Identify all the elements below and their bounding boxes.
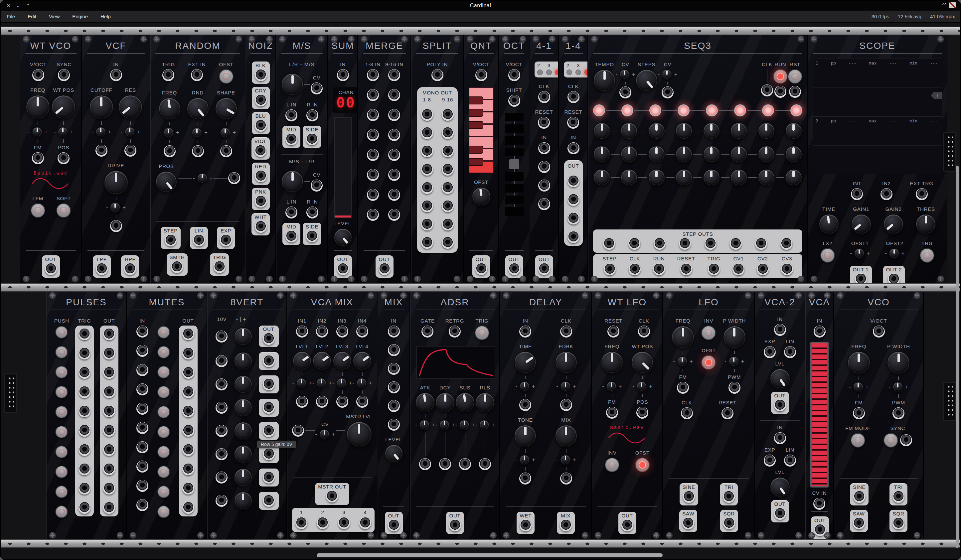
port-trig[interactable] [79,463,90,475]
port-1-8[interactable] [421,127,433,139]
port-in[interactable] [110,69,122,81]
knob-cv3-step2[interactable] [620,169,638,186]
trim-knob[interactable] [560,454,571,465]
port-trig[interactable] [708,263,720,275]
knob-gain-3[interactable] [234,375,252,394]
port-ext-in[interactable] [191,69,203,81]
trim-knob[interactable] [58,127,68,137]
knob-freq[interactable] [847,351,871,374]
port-out[interactable] [774,400,786,411]
port-lvl2[interactable] [316,396,328,408]
trim-knob[interactable] [662,69,672,80]
port-atk[interactable] [419,458,431,470]
port-in-6[interactable] [215,448,228,460]
port-v-oct[interactable] [475,69,487,81]
button-push-7[interactable] [157,446,170,458]
knob-gain1[interactable] [851,214,871,234]
knob-gain-5[interactable] [234,422,252,440]
port-step-out-8[interactable] [780,238,792,250]
trim-knob[interactable] [560,381,571,392]
port-trig[interactable] [79,405,90,417]
port-v-oct[interactable] [873,326,885,337]
knob-cv1-step7[interactable] [758,122,775,140]
trim-knob[interactable] [32,127,43,137]
port-out[interactable] [45,263,57,275]
button-push-10[interactable] [55,505,68,518]
knob-cv1-step6[interactable] [730,122,747,140]
port-out[interactable] [567,231,580,243]
port-saw[interactable] [853,517,865,530]
button-push-6[interactable] [157,426,170,438]
trim-knob[interactable] [319,429,329,440]
knob-rnd[interactable] [186,98,209,120]
trim-knob[interactable] [519,454,530,465]
port-ext-trg[interactable] [916,188,928,200]
knob-cv2-step7[interactable] [758,146,775,163]
port-step-out-2[interactable] [628,238,640,250]
port-reset[interactable] [680,263,692,275]
trim-knob[interactable] [356,378,367,388]
port-1-8[interactable] [421,218,433,231]
port-out[interactable] [103,483,115,494]
knob-knob[interactable] [281,170,304,193]
port-lvl1[interactable] [296,396,308,408]
port-in[interactable] [538,180,550,191]
button-push-4[interactable] [157,386,170,398]
port-sine[interactable] [683,491,695,503]
port-9-16[interactable] [442,200,454,212]
port-fm[interactable] [32,152,44,164]
port-1-8-in[interactable] [367,209,379,221]
knob-cv3-step6[interactable] [730,169,747,186]
knob-drive[interactable] [104,170,129,195]
knob-lvl1[interactable] [292,351,312,371]
port-out[interactable] [103,502,115,514]
piano-key-d[interactable] [469,146,483,154]
port-in[interactable] [137,499,148,511]
port-exp[interactable] [764,346,776,358]
knob-cv1-step3[interactable] [648,122,665,140]
port-sqr[interactable] [892,517,905,530]
trim-knob[interactable] [191,127,202,138]
port-sync[interactable] [58,69,70,81]
port-out[interactable] [621,520,633,531]
port-out[interactable] [103,348,115,359]
trim-knob[interactable] [296,378,307,388]
trim-knob[interactable] [636,381,647,392]
port-v-oct[interactable] [32,69,44,81]
port-clk[interactable] [629,263,641,275]
port-v-oct[interactable] [508,69,520,81]
port-out[interactable] [103,425,115,436]
port-gate[interactable] [421,326,434,337]
port-trig[interactable] [79,502,90,514]
collapse-icon[interactable]: ⌃⌃ [942,2,946,8]
port-out[interactable] [567,194,580,206]
port-cutoff[interactable] [95,144,108,157]
trim-knob[interactable] [124,127,135,137]
port-in[interactable] [137,422,148,434]
port-clk[interactable] [538,91,550,103]
button-lfm[interactable] [31,203,45,218]
octave-cell[interactable] [505,113,524,121]
port-out-6[interactable] [263,448,275,460]
port-in[interactable] [388,363,400,375]
octave-cell-current[interactable] [509,159,519,169]
button-push-3[interactable] [157,366,170,379]
knob-gain-2[interactable] [234,352,252,371]
port-drive[interactable] [110,220,122,232]
port-out-7[interactable] [263,472,275,483]
button-push-2[interactable] [157,346,170,358]
piano-key-f[interactable] [469,121,483,129]
port-trig[interactable] [79,367,90,379]
octave-cell[interactable] [505,184,524,193]
knob-tone[interactable] [514,425,537,447]
port-out[interactable] [475,263,487,275]
port-1[interactable] [296,517,307,529]
knob-freq[interactable] [26,95,50,119]
knob-steps[interactable] [635,69,658,92]
trim-knob[interactable] [163,127,174,138]
port-trig[interactable] [79,386,90,398]
port-out[interactable] [103,328,115,340]
port-1-8-in[interactable] [367,109,379,121]
knob-cv1-step5[interactable] [703,122,720,140]
trim-knob[interactable] [95,127,106,137]
